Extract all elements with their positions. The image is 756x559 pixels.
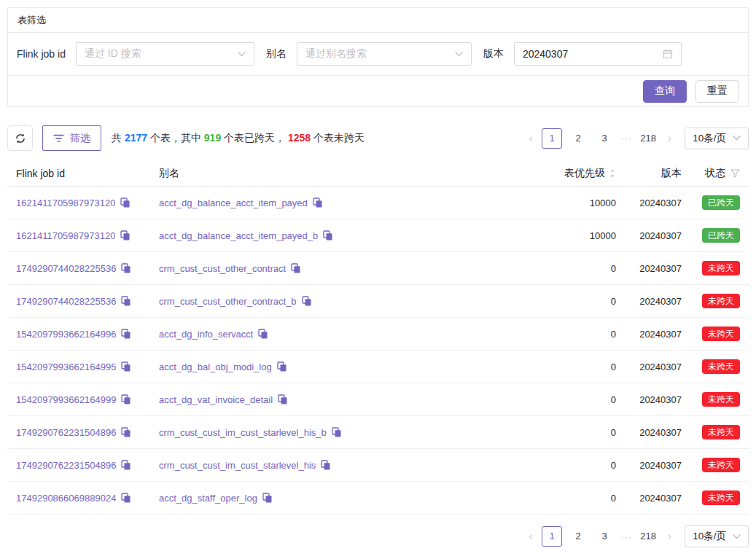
pagination-page-3[interactable]: 3 (594, 128, 615, 149)
copy-icon[interactable] (121, 361, 130, 372)
flink-job-id-link[interactable]: 1621411705987973120 (16, 230, 115, 241)
alias-link[interactable]: acct_dg_bal_obj_modi_log (159, 361, 272, 372)
summary-uncrossed-count: 1258 (288, 132, 311, 144)
page-size-select[interactable]: 10条/页 (685, 525, 749, 547)
reset-button[interactable]: 重置 (695, 80, 739, 103)
alias-link[interactable]: crm_cust_cust_im_cust_starlevel_his (159, 460, 316, 471)
status-cell: 未跨天 (682, 490, 749, 505)
copy-icon[interactable] (277, 361, 287, 372)
summary-text: 共 (112, 132, 125, 144)
status-cell: 已跨天 (682, 195, 749, 210)
copy-icon[interactable] (258, 329, 268, 339)
copy-icon[interactable] (262, 493, 272, 503)
copy-icon[interactable] (278, 394, 287, 404)
status-cell: 未跨天 (682, 327, 749, 341)
alias-link[interactable]: crm_cust_cust_im_cust_starlevel_his_b (159, 427, 327, 438)
job-id-placeholder: 通过 ID 搜索 (85, 47, 141, 60)
pagination-page-1[interactable]: 1 (542, 128, 562, 149)
copy-icon[interactable] (121, 460, 130, 470)
alias-select[interactable]: 通过别名搜索 (297, 42, 472, 66)
pagination-page-2[interactable]: 2 (568, 128, 588, 149)
copy-icon[interactable] (323, 230, 332, 241)
flink-job-id-link[interactable]: 1621411705987973120 (16, 198, 115, 208)
pagination-page-218[interactable]: 218 (638, 526, 658, 547)
pagination-page-218[interactable]: 218 (638, 128, 658, 149)
alias-link[interactable]: acct_dg_balance_acct_item_payed (159, 198, 308, 208)
copy-icon[interactable] (120, 198, 130, 208)
priority-cell: 0 (510, 329, 616, 340)
copy-icon[interactable] (121, 263, 130, 273)
pagination-prev[interactable]: ‹ (523, 530, 539, 543)
table-row: 1749290762231504896 crm_cust_cust_im_cus… (7, 416, 749, 449)
flink-job-id-link[interactable]: 1542097993662164995 (16, 361, 116, 372)
copy-icon[interactable] (121, 493, 130, 503)
sorter-icon[interactable] (609, 168, 616, 179)
alias-link[interactable]: acct_dg_info_servacct (159, 329, 253, 340)
version-date-input[interactable]: 20240307 (514, 42, 682, 66)
chevron-down-icon (238, 52, 246, 57)
pagination-page-3[interactable]: 3 (594, 526, 615, 547)
status-cell: 未跨天 (682, 392, 749, 407)
status-badge: 未跨天 (702, 294, 740, 308)
priority-cell: 10000 (510, 230, 616, 241)
copy-icon[interactable] (120, 230, 130, 241)
version-cell: 20240307 (616, 427, 682, 438)
status-cell: 未跨天 (682, 359, 749, 374)
column-header-priority[interactable]: 表优先级 (510, 167, 616, 180)
flink-job-id-link[interactable]: 1749290866069889024 (16, 493, 116, 504)
filter-button[interactable]: 筛选 (42, 125, 101, 151)
flink-job-id-link[interactable]: 1542097993662164999 (16, 394, 116, 405)
version-cell: 20240307 (616, 263, 682, 274)
job-id-select[interactable]: 通过 ID 搜索 (76, 42, 254, 66)
pagination-next[interactable]: › (661, 530, 677, 543)
copy-icon[interactable] (302, 296, 311, 306)
flink-job-id-cell: 1749290744028225536 (16, 296, 159, 307)
flink-job-id-link[interactable]: 1749290762231504896 (16, 460, 116, 471)
copy-icon[interactable] (121, 296, 130, 306)
copy-icon[interactable] (321, 460, 330, 470)
alias-placeholder: 通过别名搜索 (305, 47, 367, 60)
copy-icon[interactable] (313, 198, 322, 208)
pagination-ellipsis[interactable]: ··· (617, 531, 635, 542)
pagination-page-2[interactable]: 2 (568, 526, 588, 547)
pagination-ellipsis[interactable]: ··· (617, 133, 635, 144)
flink-job-id-link[interactable]: 1542097993662164996 (16, 329, 116, 340)
flink-job-id-cell: 1749290762231504896 (16, 427, 159, 438)
priority-cell: 0 (510, 263, 616, 274)
refresh-button[interactable] (7, 125, 33, 151)
priority-cell: 0 (510, 460, 616, 471)
pagination-prev[interactable]: ‹ (523, 132, 539, 145)
chevron-down-icon (455, 52, 463, 57)
version-cell: 20240307 (616, 361, 682, 372)
version-cell: 20240307 (616, 460, 682, 471)
alias-cell: crm_cust_cust_other_contract_b (159, 296, 510, 307)
priority-cell: 10000 (510, 198, 616, 208)
pagination-next[interactable]: › (661, 132, 677, 145)
pagination-page-1[interactable]: 1 (542, 526, 562, 547)
flink-job-id-cell: 1621411705987973120 (16, 198, 159, 208)
query-button[interactable]: 查询 (643, 80, 687, 103)
alias-link[interactable]: acct_dg_balance_acct_item_payed_b (159, 230, 318, 241)
flink-job-id-link[interactable]: 1749290762231504896 (16, 427, 116, 438)
alias-link[interactable]: crm_cust_cust_other_contract (159, 263, 286, 274)
copy-icon[interactable] (121, 329, 130, 339)
flink-job-id-cell: 1621411705987973120 (16, 230, 159, 241)
page-size-select[interactable]: 10条/页 (685, 128, 749, 149)
page-size-label: 10条/页 (693, 132, 726, 145)
copy-icon[interactable] (121, 394, 130, 404)
copy-icon[interactable] (332, 427, 341, 437)
flink-job-id-link[interactable]: 1749290744028225536 (16, 296, 116, 307)
filter-funnel-icon[interactable] (730, 169, 740, 178)
summary-crossed-count: 919 (204, 132, 221, 144)
copy-icon[interactable] (291, 263, 300, 273)
alias-link[interactable]: acct_dg_staff_oper_log (159, 493, 257, 504)
copy-icon[interactable] (121, 427, 130, 437)
flink-job-id-link[interactable]: 1749290744028225536 (16, 263, 116, 274)
status-badge: 已跨天 (702, 228, 740, 243)
alias-link[interactable]: acct_dg_vat_invoice_detail (159, 394, 273, 405)
filter-actions: 查询 重置 (8, 76, 748, 106)
alias-cell: crm_cust_cust_im_cust_starlevel_his (159, 460, 510, 471)
version-value: 20240307 (523, 48, 568, 60)
alias-link[interactable]: crm_cust_cust_other_contract_b (159, 296, 297, 307)
status-cell: 未跨天 (682, 425, 749, 439)
